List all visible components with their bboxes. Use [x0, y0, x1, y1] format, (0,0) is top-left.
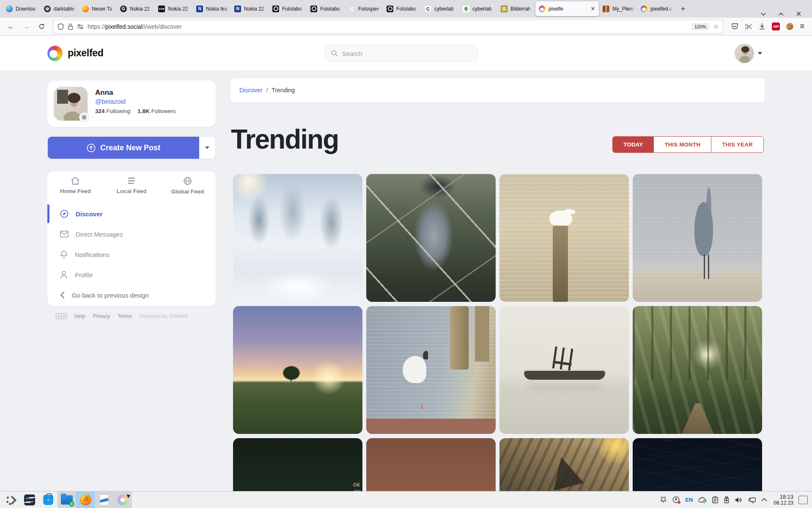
screenshot-scissors-icon[interactable] [745, 23, 752, 30]
translate-icon[interactable]: Ax [56, 313, 67, 319]
browser-tab[interactable]: Downloa ✕ [3, 1, 40, 16]
browser-tab[interactable]: cyberlab ✕ [421, 1, 459, 16]
pocket-icon[interactable] [731, 23, 738, 30]
adblock-plus-icon[interactable]: ABP [772, 22, 780, 30]
photo-tile[interactable] [499, 306, 629, 434]
profile-avatar[interactable] [54, 87, 88, 121]
photo-tile[interactable] [633, 306, 762, 434]
create-new-post-button[interactable]: Create New Post [48, 137, 199, 159]
browser-tab[interactable]: pixelfed.c ✕ [637, 1, 675, 16]
cookie-extension-icon[interactable] [786, 23, 793, 30]
following-stat[interactable]: 324 Following [95, 108, 130, 114]
create-post-dropdown-button[interactable] [199, 137, 215, 159]
filter-button[interactable]: THIS YEAR [711, 137, 763, 152]
browser-tab[interactable]: Nokia fea ✕ [193, 1, 230, 16]
photo-tile[interactable]: OE @H [233, 438, 362, 491]
user-avatar[interactable] [735, 44, 754, 63]
firefox-taskbar-icon[interactable] [76, 491, 95, 508]
window-minimize-icon[interactable] [761, 12, 766, 16]
browser-tab[interactable]: Nokia 22 ✕ [117, 1, 154, 16]
bookmark-star-icon[interactable]: ☆ [713, 23, 719, 30]
browser-tab[interactable]: Nokia 22 ✕ [155, 1, 192, 16]
photo-tile[interactable] [633, 438, 762, 491]
browser-tab[interactable]: Fotolabo ✕ [383, 1, 421, 16]
browser-tab[interactable]: Nokia 22 ✕ [231, 1, 269, 16]
sidebar-item-profile[interactable]: Profile [47, 265, 216, 285]
software-store-icon[interactable] [39, 491, 58, 508]
window-restore-icon[interactable] [779, 12, 784, 16]
create-post-split-button: Create New Post [47, 136, 216, 159]
photo-tile[interactable] [366, 438, 496, 491]
sidebar-item-notifications[interactable]: Notifications [47, 244, 216, 265]
notifications-bell-icon[interactable] [660, 496, 667, 503]
tab-local-feed[interactable]: Local Feed [104, 177, 160, 204]
breadcrumb-discover-link[interactable]: Discover [239, 87, 262, 94]
expand-tray-chevron-icon[interactable] [761, 498, 767, 502]
browser-tab[interactable]: darktable ✕ [41, 1, 78, 16]
tab-close-icon[interactable]: ✕ [589, 5, 597, 13]
browser-tab[interactable]: Bilderrah ✕ [497, 1, 535, 16]
window-close-icon[interactable] [796, 11, 801, 16]
browser-tab[interactable]: Fotospeed - ✕ [345, 1, 383, 16]
tracking-shield-icon[interactable] [58, 23, 64, 30]
brand[interactable]: pixelfed [47, 46, 104, 61]
menu-hamburger-icon[interactable]: ≡ [800, 22, 804, 31]
sidebar-item-direct-messages[interactable]: Direct Messages [47, 224, 216, 244]
footer-link-privacy[interactable]: Privacy [93, 313, 110, 319]
sidebar-item-previous-design[interactable]: Go back to previous design [47, 285, 216, 305]
photo-tile[interactable] [499, 174, 629, 302]
removable-media-icon[interactable] [724, 496, 730, 503]
envelope-icon [60, 231, 69, 237]
clock[interactable]: 18:13 06.12.23 [771, 494, 796, 506]
browser-tab[interactable]: Fotolabo ✕ [269, 1, 307, 16]
lock-icon[interactable] [68, 23, 73, 30]
photo-tile[interactable] [366, 174, 496, 302]
photo-tile[interactable] [633, 174, 762, 302]
clipboard-icon[interactable] [712, 496, 718, 503]
permissions-icon[interactable] [77, 24, 84, 30]
filter-button[interactable]: THIS MONTH [653, 137, 711, 152]
downloads-icon[interactable] [759, 23, 765, 30]
reload-button[interactable] [35, 20, 48, 33]
zoom-level-badge[interactable]: 120% [691, 23, 709, 30]
keyboard-layout-indicator[interactable]: EN [685, 497, 693, 503]
photo-tile[interactable] [499, 438, 629, 491]
sidebar-item-discover[interactable]: Discover [47, 204, 216, 224]
search-input[interactable]: Search [325, 45, 478, 62]
new-tab-button[interactable]: + [677, 3, 689, 15]
network-display-icon[interactable] [748, 497, 756, 503]
account-menu[interactable] [735, 44, 762, 63]
photo-tile[interactable] [233, 174, 362, 302]
footer-link-help[interactable]: Help [74, 313, 85, 319]
browser-tab[interactable]: pixelfe ✕ [535, 1, 599, 16]
show-desktop-button[interactable] [798, 496, 808, 504]
tab-favicon-icon [348, 6, 355, 12]
browser-tab[interactable]: cyberlab ✕ [459, 1, 497, 16]
tab-global-feed[interactable]: Global Feed [159, 177, 216, 204]
url-bar[interactable]: https://pixelfed.social/i/web/discover 1… [53, 20, 723, 33]
globe-icon [183, 177, 192, 185]
browser-tab[interactable]: Fotolabo ✕ [307, 1, 345, 16]
cloud-sync-icon[interactable] [698, 497, 707, 503]
photo-tile[interactable] [233, 306, 362, 434]
volume-icon[interactable] [735, 497, 743, 503]
back-button[interactable]: ← [4, 20, 18, 33]
tab-favicon-icon [82, 6, 89, 12]
browser-tab[interactable]: My_Plero ✕ [599, 1, 637, 16]
url-text[interactable]: https://pixelfed.social/i/web/discover [88, 23, 688, 30]
photo-tile[interactable] [366, 306, 496, 434]
system-settings-icon[interactable] [20, 491, 39, 508]
browser-tab[interactable]: Neuer Ta ✕ [79, 1, 116, 16]
footer-link-terms[interactable]: Terms [118, 313, 132, 319]
profile-handle-link[interactable]: @betazoid [95, 98, 176, 105]
document-viewer-icon[interactable] [95, 491, 113, 508]
file-manager-icon[interactable] [58, 491, 76, 508]
filter-button[interactable]: TODAY [613, 137, 653, 152]
forward-button[interactable]: → [19, 20, 33, 33]
profile-settings-gear-icon[interactable] [79, 112, 89, 122]
photo-app-icon[interactable] [113, 491, 132, 508]
tab-home-feed[interactable]: Home Feed [47, 177, 104, 204]
updates-icon[interactable] [672, 496, 680, 503]
app-launcher-menu-icon[interactable] [2, 491, 20, 508]
followers-stat[interactable]: 1.8K Followers [137, 108, 176, 114]
